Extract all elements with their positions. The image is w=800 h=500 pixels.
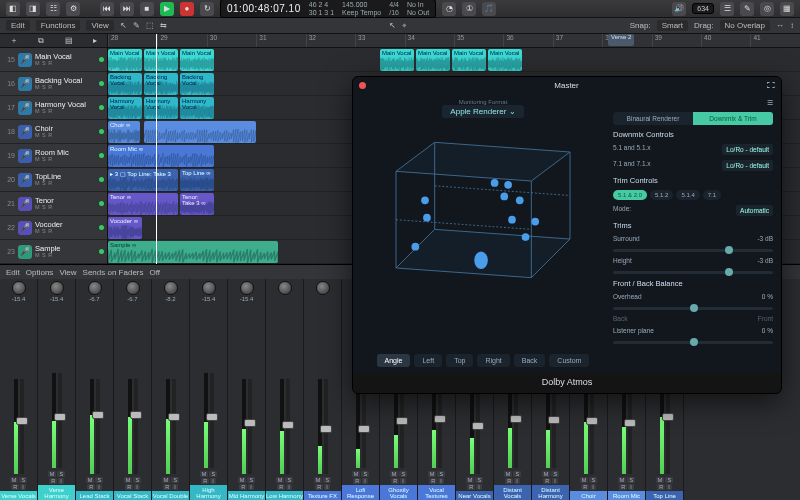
strip-label[interactable]: Distant Vocals (494, 485, 531, 500)
audio-region[interactable]: Sample ∞ (108, 241, 278, 263)
monitoring-format-select[interactable]: Apple Renderer ⌄ (442, 105, 523, 118)
strip-label[interactable]: Vocal Textures (418, 485, 455, 500)
mute-button[interactable]: M (238, 477, 247, 483)
input-button[interactable]: I (666, 484, 672, 490)
audio-region[interactable] (144, 121, 256, 143)
snap-select[interactable]: Smart (657, 20, 688, 31)
mute-button[interactable]: M (10, 477, 19, 483)
track-icon[interactable]: 🎤 (18, 77, 32, 91)
audio-region[interactable]: Backing Vocal (108, 73, 142, 95)
add-track-icon[interactable]: ＋ (10, 35, 18, 46)
track-header[interactable]: 23 🎤 SampleM S R (0, 240, 107, 264)
solo-button[interactable]: S (19, 477, 27, 483)
record-enable-icon[interactable] (99, 81, 104, 86)
audio-region[interactable]: Main Vocal (108, 49, 142, 71)
downmix-51-select[interactable]: Lo/Ro - default (722, 144, 773, 155)
strip-label[interactable]: Texture FX (304, 491, 341, 500)
channel-strip[interactable]: -8.2 MS RI Vocal Double (152, 279, 190, 500)
renderer-tabs[interactable]: Binaural Renderer Downmix & Trim (613, 112, 773, 125)
ruler-tick[interactable]: 30 (207, 34, 256, 47)
metronome-icon[interactable]: ◔ (442, 2, 456, 16)
ruler-tick[interactable]: 35 (454, 34, 503, 47)
audio-region[interactable]: ▸ 3 ▢ Top Line: Take 3 (108, 169, 178, 191)
rec-button[interactable]: R (315, 484, 323, 490)
pan-knob[interactable] (202, 281, 216, 295)
mute-button[interactable]: M (124, 477, 133, 483)
record-enable-icon[interactable] (99, 153, 104, 158)
input-button[interactable]: I (514, 478, 520, 484)
mute-button[interactable]: M (580, 477, 589, 483)
audio-region[interactable]: Harmony Vocal (108, 97, 142, 119)
global-tracks-icon[interactable]: ▤ (65, 36, 73, 45)
inspector-toggle-icon[interactable]: ◨ (26, 2, 40, 16)
track-header[interactable]: 20 🎤 TopLineM S R (0, 168, 107, 192)
rec-button[interactable]: R (429, 478, 437, 484)
ruler-tick[interactable]: 39 (652, 34, 701, 47)
rec-button[interactable]: R (353, 478, 361, 484)
cycle-button[interactable]: ↻ (200, 2, 214, 16)
record-button[interactable]: ● (180, 2, 194, 16)
ruler-tick[interactable]: 40 (701, 34, 750, 47)
channel-strip[interactable]: -6.7 MS RI Vocal Stack (114, 279, 152, 500)
record-enable-icon[interactable] (99, 249, 104, 254)
view-top-button[interactable]: Top (446, 354, 473, 367)
zoom-v-icon[interactable]: ↕ (790, 21, 794, 30)
atmos-master-panel[interactable]: Master ⛶ Monitoring Format Apple Rendere… (352, 76, 782, 394)
record-enable-icon[interactable] (99, 177, 104, 182)
strip-label[interactable]: Top Line (646, 491, 683, 500)
rec-button[interactable]: R (657, 484, 665, 490)
channel-strip[interactable]: -15.4 MS RI Mid Harmony (228, 279, 266, 500)
volume-fader[interactable] (210, 373, 214, 468)
height-trim-slider[interactable] (613, 271, 773, 274)
view-back-button[interactable]: Back (514, 354, 546, 367)
rec-button[interactable]: R (505, 478, 513, 484)
audio-region[interactable]: Choir ∞ (108, 121, 140, 143)
rec-button[interactable]: R (49, 478, 57, 484)
audio-region[interactable]: Main Vocal (452, 49, 486, 71)
solo-button[interactable]: S (551, 471, 559, 477)
track-icon[interactable]: 🎤 (18, 221, 32, 235)
solo-button[interactable]: S (665, 477, 673, 483)
tool-flex-icon[interactable]: ⇆ (160, 21, 167, 30)
rec-button[interactable]: R (11, 484, 19, 490)
mute-button[interactable]: M (618, 477, 627, 483)
rec-button[interactable]: R (543, 478, 551, 484)
trim-mode-select[interactable]: Automatic (736, 205, 773, 216)
volume-fader[interactable] (286, 379, 290, 474)
mute-button[interactable]: M (428, 471, 437, 477)
solo-button[interactable]: S (399, 471, 407, 477)
solo-button[interactable]: S (513, 471, 521, 477)
pan-knob[interactable] (316, 281, 330, 295)
channel-strip[interactable]: MS RI Low Harmony (266, 279, 304, 500)
audio-region[interactable]: Top Line ∞ (180, 169, 214, 191)
record-enable-icon[interactable] (99, 105, 104, 110)
solo-button[interactable]: S (627, 477, 635, 483)
functions-menu[interactable]: Functions (36, 20, 81, 31)
audio-region[interactable]: Room Mic ∞ (108, 145, 214, 167)
solo-button[interactable]: S (247, 477, 255, 483)
panel-menu-icon[interactable]: ☰ (767, 99, 773, 107)
audio-region[interactable]: Backing Vocal (144, 73, 178, 95)
mute-button[interactable]: M (352, 471, 361, 477)
input-button[interactable]: I (134, 484, 140, 490)
play-button[interactable]: ▶ (160, 2, 174, 16)
track-header[interactable]: 17 🎤 Harmony VocalM S R (0, 96, 107, 120)
mixer-edit-menu[interactable]: Edit (6, 268, 20, 277)
panel-expand-icon[interactable]: ⛶ (767, 81, 775, 90)
rec-button[interactable]: R (163, 484, 171, 490)
solo-button[interactable]: S (285, 477, 293, 483)
mute-button[interactable]: M (200, 471, 209, 477)
view-menu[interactable]: View (86, 20, 113, 31)
audio-region[interactable]: Tenor: Take 3 ∞ (180, 193, 214, 215)
volume-fader[interactable] (134, 379, 138, 474)
mute-button[interactable]: M (48, 471, 57, 477)
audio-region[interactable]: Main Vocal (416, 49, 450, 71)
tool-pencil-icon[interactable]: ✎ (133, 21, 140, 30)
solo-button[interactable]: S (323, 477, 331, 483)
solo-button[interactable]: S (171, 477, 179, 483)
audio-region[interactable]: Tenor ∞ (108, 193, 178, 215)
audio-region[interactable]: Harmony Vocal (180, 97, 214, 119)
rec-button[interactable]: R (581, 484, 589, 490)
audio-region[interactable]: Vocoder ∞ (108, 217, 142, 239)
pan-knob[interactable] (278, 281, 292, 295)
